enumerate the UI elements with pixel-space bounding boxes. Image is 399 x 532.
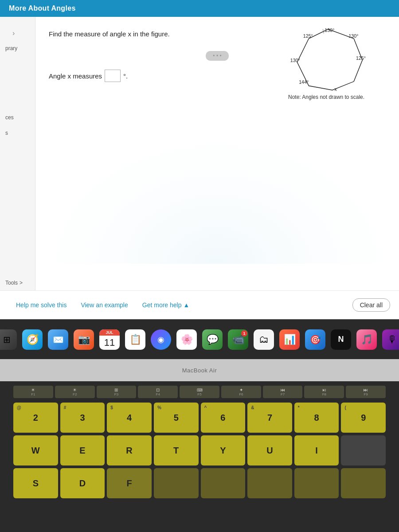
fn-key-f9[interactable]: ⏭ F9: [346, 386, 386, 398]
dock-calendar-month: JUL: [99, 329, 120, 336]
key-k[interactable]: [294, 468, 339, 498]
key-h[interactable]: [201, 468, 246, 498]
key-6[interactable]: ^ 6: [201, 403, 246, 433]
dock-safari[interactable]: 🧭: [21, 328, 44, 351]
get-more-arrow-icon: ▲: [183, 301, 189, 309]
key-e[interactable]: E: [60, 435, 105, 466]
key-3[interactable]: # 3: [60, 403, 105, 433]
sidebar: › prary ces s Tools >: [0, 17, 35, 290]
fn-key-row: ☀ F1 ☀ F2 ⊞ F3 ⊡ F4 ⌨ F5 ✦ F6 ⏮ F7 ⏯ F8: [13, 386, 386, 398]
fn-key-f1[interactable]: ☀ F1: [13, 386, 53, 398]
key-9[interactable]: ( 9: [341, 403, 386, 433]
content-area: › prary ces s Tools > Find the measure o…: [0, 17, 399, 290]
dock-calendar[interactable]: JUL 11: [98, 328, 121, 351]
sidebar-item-tools[interactable]: Tools >: [0, 275, 35, 290]
dock-news[interactable]: N: [329, 328, 352, 351]
dock-launchpad[interactable]: ⊞: [0, 328, 18, 351]
dock-messages[interactable]: 💬: [201, 328, 224, 351]
dock-mail[interactable]: ✉️: [47, 328, 70, 351]
key-d[interactable]: D: [60, 468, 105, 498]
dock-charts[interactable]: 📊: [278, 328, 301, 351]
app-container: More About Angles › prary ces s Tools >: [0, 0, 399, 319]
view-example-button[interactable]: View an example: [74, 298, 135, 312]
key-blank[interactable]: [341, 435, 386, 466]
dock-podcasts[interactable]: 🎙: [381, 328, 399, 351]
key-g[interactable]: [154, 468, 199, 498]
figure-note: Note: Angles not drawn to scale.: [288, 94, 386, 100]
key-l[interactable]: [341, 468, 386, 498]
svg-text:130°: 130°: [290, 58, 300, 63]
dock-reminders[interactable]: 📋: [124, 328, 147, 351]
key-5[interactable]: % 5: [154, 403, 199, 433]
dock-finder[interactable]: 🗂: [252, 328, 275, 351]
help-solve-button[interactable]: Help me solve this: [9, 298, 74, 312]
dock-facetime[interactable]: 📹 1: [227, 328, 250, 351]
answer-input[interactable]: [105, 70, 121, 82]
dock-music[interactable]: 🎵: [355, 328, 378, 351]
svg-text:125°: 125°: [356, 55, 366, 61]
sidebar-item-library[interactable]: prary: [0, 41, 35, 57]
dock-keynote[interactable]: 🎯: [304, 328, 327, 351]
key-2[interactable]: @ 2: [13, 403, 58, 433]
dock-calendar-day: 11: [99, 336, 120, 350]
dock-photos-app[interactable]: 📷: [72, 328, 95, 351]
fn-key-f5[interactable]: ⌨ F5: [180, 386, 219, 398]
key-t[interactable]: T: [154, 435, 199, 466]
keyboard-area: ☀ F1 ☀ F2 ⊞ F3 ⊡ F4 ⌨ F5 ✦ F6 ⏮ F7 ⏯ F8: [0, 381, 399, 532]
key-j[interactable]: [247, 468, 292, 498]
svg-text:130°: 130°: [325, 27, 334, 33]
svg-text:125°: 125°: [303, 33, 313, 39]
svg-text:130°: 130°: [348, 33, 358, 39]
sidebar-item-resources[interactable]: ces: [0, 110, 35, 126]
main-content: Find the measure of angle x in the figur…: [35, 17, 399, 290]
polygon-figure: 130° 130° 125° x 144° 130° 125°: [288, 26, 368, 92]
answer-label: Angle x measures: [49, 72, 102, 80]
fn-key-f2[interactable]: ☀ F2: [55, 386, 95, 398]
clear-all-button[interactable]: Clear all: [352, 298, 390, 312]
key-4[interactable]: $ 4: [107, 403, 152, 433]
fn-key-f3[interactable]: ⊞ F3: [97, 386, 137, 398]
number-row: @ 2 # 3 $ 4 % 5 ^ 6 & 7 * 8 ( 9: [13, 403, 386, 433]
svg-text:x: x: [335, 86, 337, 92]
key-7[interactable]: & 7: [247, 403, 292, 433]
key-s[interactable]: S: [13, 468, 58, 498]
macbook-brand: MacBook Air: [0, 359, 399, 381]
key-f[interactable]: F: [107, 468, 152, 498]
key-r[interactable]: R: [107, 435, 152, 466]
sidebar-item-s[interactable]: s: [0, 125, 35, 141]
header-title: More About Angles: [9, 4, 76, 12]
divider-dots[interactable]: • • •: [206, 51, 228, 61]
tools-arrow-icon: >: [20, 280, 23, 286]
header-bar: More About Angles: [0, 0, 399, 17]
sidebar-collapse-arrow[interactable]: ›: [0, 26, 35, 41]
macbook-label: MacBook Air: [182, 367, 217, 374]
dock-photos[interactable]: 🌸: [175, 328, 198, 351]
answer-suffix: °.: [123, 72, 128, 80]
dock-siri[interactable]: ◉: [149, 328, 172, 351]
background-decoration: [35, 131, 399, 264]
svg-text:144°: 144°: [299, 79, 309, 85]
key-i[interactable]: I: [294, 435, 339, 466]
qwerty-row: W E R T Y U I: [13, 435, 386, 466]
bottom-row: S D F: [13, 468, 386, 498]
key-u[interactable]: U: [247, 435, 292, 466]
key-y[interactable]: Y: [201, 435, 246, 466]
fn-key-f7[interactable]: ⏮ F7: [263, 386, 303, 398]
fn-key-f8[interactable]: ⏯ F8: [304, 386, 344, 398]
key-8[interactable]: * 8: [294, 403, 339, 433]
dock-area: ⊞ 🧭 ✉️ 📷 JUL 11 📋 ◉: [0, 319, 399, 359]
action-bar: Help me solve this View an example Get m…: [0, 290, 399, 319]
get-more-help-button[interactable]: Get more help ▲: [135, 298, 197, 312]
fn-key-f4[interactable]: ⊡ F4: [138, 386, 178, 398]
fn-key-f6[interactable]: ✦ F6: [221, 386, 261, 398]
key-w[interactable]: W: [13, 435, 58, 466]
figure-area: 130° 130° 125° x 144° 130° 125° Note: An…: [288, 26, 386, 100]
